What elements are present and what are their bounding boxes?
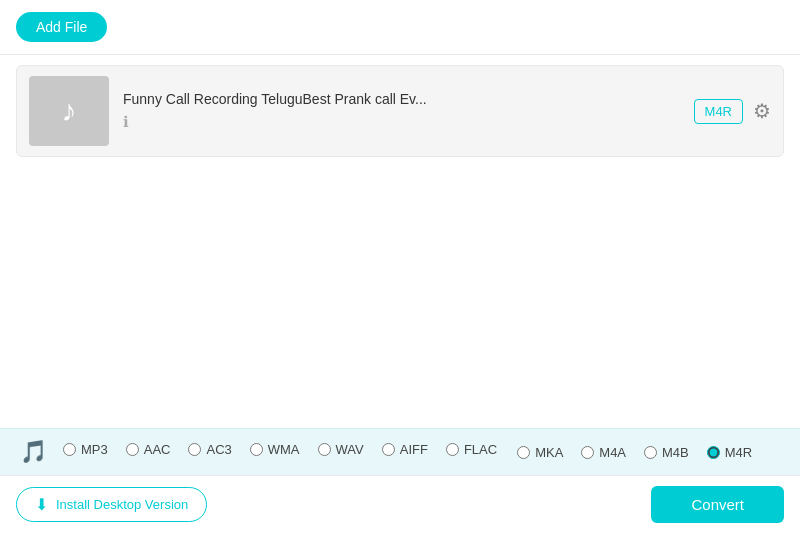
settings-icon[interactable]: ⚙ <box>753 99 771 123</box>
radio-m4a[interactable] <box>581 446 594 459</box>
radio-ac3[interactable] <box>188 443 201 456</box>
file-actions: M4R ⚙ <box>694 99 771 124</box>
music-note-icon: ♪ <box>62 94 77 128</box>
main-content: ♪ Funny Call Recording TeluguBest Prank … <box>0 55 800 428</box>
format-option-m4a[interactable]: M4A <box>581 442 626 463</box>
install-desktop-button[interactable]: ⬇ Install Desktop Version <box>16 487 207 522</box>
header: Add File <box>0 0 800 55</box>
format-badge[interactable]: M4R <box>694 99 743 124</box>
format-options: MP3AACAC3WMAWAVAIFFFLACMKAM4AM4BM4R <box>63 442 780 463</box>
download-icon: ⬇ <box>35 495 48 514</box>
format-label-m4b: M4B <box>662 445 689 460</box>
format-option-m4r[interactable]: M4R <box>707 442 752 463</box>
install-desktop-label: Install Desktop Version <box>56 497 188 512</box>
format-option-flac[interactable]: FLAC <box>446 442 497 457</box>
file-name: Funny Call Recording TeluguBest Prank ca… <box>123 91 694 107</box>
file-info: Funny Call Recording TeluguBest Prank ca… <box>123 91 694 131</box>
format-label-aac: AAC <box>144 442 171 457</box>
file-thumbnail: ♪ <box>29 76 109 146</box>
format-label-m4a: M4A <box>599 445 626 460</box>
format-option-mp3[interactable]: MP3 <box>63 442 108 457</box>
radio-aac[interactable] <box>126 443 139 456</box>
format-section: 🎵 MP3AACAC3WMAWAVAIFFFLACMKAM4AM4BM4R <box>0 428 800 475</box>
format-music-icon: 🎵 <box>20 439 47 465</box>
format-label-m4r: M4R <box>725 445 752 460</box>
format-label-flac: FLAC <box>464 442 497 457</box>
format-label-mka: MKA <box>535 445 563 460</box>
format-option-aac[interactable]: AAC <box>126 442 171 457</box>
radio-aiff[interactable] <box>382 443 395 456</box>
convert-button[interactable]: Convert <box>651 486 784 523</box>
format-label-wma: WMA <box>268 442 300 457</box>
format-label-wav: WAV <box>336 442 364 457</box>
radio-m4b[interactable] <box>644 446 657 459</box>
radio-m4r[interactable] <box>707 446 720 459</box>
radio-wma[interactable] <box>250 443 263 456</box>
format-label-aiff: AIFF <box>400 442 428 457</box>
format-option-aiff[interactable]: AIFF <box>382 442 428 457</box>
file-item: ♪ Funny Call Recording TeluguBest Prank … <box>16 65 784 157</box>
format-option-m4b[interactable]: M4B <box>644 442 689 463</box>
format-option-wav[interactable]: WAV <box>318 442 364 457</box>
add-file-button[interactable]: Add File <box>16 12 107 42</box>
format-option-mka[interactable]: MKA <box>517 442 563 463</box>
radio-flac[interactable] <box>446 443 459 456</box>
radio-wav[interactable] <box>318 443 331 456</box>
format-option-wma[interactable]: WMA <box>250 442 300 457</box>
footer: ⬇ Install Desktop Version Convert <box>0 475 800 533</box>
format-label-ac3: AC3 <box>206 442 231 457</box>
format-label-mp3: MP3 <box>81 442 108 457</box>
radio-mka[interactable] <box>517 446 530 459</box>
info-icon[interactable]: ℹ <box>123 113 129 130</box>
format-option-ac3[interactable]: AC3 <box>188 442 231 457</box>
radio-mp3[interactable] <box>63 443 76 456</box>
